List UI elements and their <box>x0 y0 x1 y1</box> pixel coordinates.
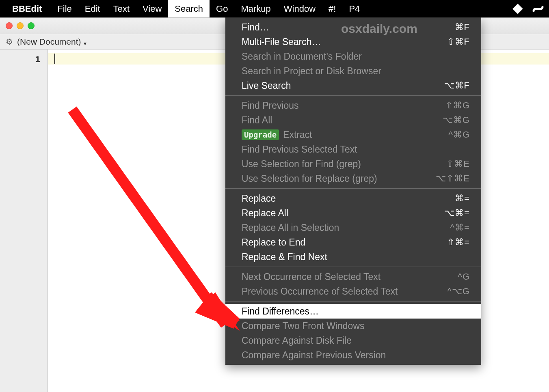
menu-window[interactable]: Window <box>277 0 322 17</box>
menu-item-find-all: Find All ⌥⌘G <box>225 113 481 127</box>
menu-item-prev-occurrence: Previous Occurrence of Selected Text ^⌥G <box>225 284 481 299</box>
menu-item-compare-two-front: Compare Two Front Windows <box>225 319 481 333</box>
minimize-button[interactable] <box>17 22 24 29</box>
text-caret <box>54 54 55 64</box>
chevron-down-icon: ▾ <box>84 40 86 47</box>
menu-edit[interactable]: Edit <box>78 0 107 17</box>
menu-item-use-selection-find: Use Selection for Find (grep) ⇧⌘E <box>225 157 481 171</box>
document-name: (New Document) <box>17 37 81 47</box>
s-icon[interactable] <box>532 4 544 14</box>
system-menubar: BBEdit File Edit Text View Search Go Mar… <box>0 0 549 17</box>
menu-item-search-doc-folder: Search in Document's Folder <box>225 49 481 64</box>
menu-view[interactable]: View <box>136 0 168 17</box>
menu-markup[interactable]: Markup <box>234 0 277 17</box>
menu-item-replace-find-next[interactable]: Replace & Find Next <box>225 250 481 264</box>
menu-group: Find Previous ⇧⌘G Find All ⌥⌘G Upgrade E… <box>225 96 481 189</box>
document-selector[interactable]: (New Document) ▾ <box>17 37 86 47</box>
svg-rect-0 <box>512 4 523 14</box>
menu-search[interactable]: Search <box>168 0 210 17</box>
menu-item-multi-file-search[interactable]: Multi-File Search… ⇧⌘F <box>225 34 481 49</box>
upgrade-badge: Upgrade <box>242 129 279 140</box>
menu-file[interactable]: File <box>51 0 78 17</box>
menu-item-extract: Upgrade Extract ^⌘G <box>225 127 481 142</box>
menu-item-replace-to-end[interactable]: Replace to End ⇧⌘= <box>225 235 481 250</box>
menu-item-live-search[interactable]: Live Search ⌥⌘F <box>225 78 481 93</box>
line-number: 1 <box>0 54 40 64</box>
menu-go[interactable]: Go <box>210 0 234 17</box>
diamond-icon[interactable] <box>512 4 523 14</box>
menu-item-find-prev-selected: Find Previous Selected Text <box>225 142 481 157</box>
line-gutter: 1 <box>0 50 48 392</box>
menu-item-find-previous: Find Previous ⇧⌘G <box>225 98 481 113</box>
menu-item-replace-all[interactable]: Replace All ⌥⌘= <box>225 206 481 220</box>
menu-item-use-selection-replace: Use Selection for Replace (grep) ⌥⇧⌘E <box>225 171 481 186</box>
menu-item-find-differences[interactable]: Find Differences… <box>225 304 481 319</box>
menu-item-search-project: Search in Project or Disk Browser <box>225 64 481 78</box>
zoom-button[interactable] <box>28 22 35 29</box>
menu-item-compare-disk-file: Compare Against Disk File <box>225 333 481 348</box>
menu-shebang[interactable]: #! <box>322 0 342 17</box>
gear-icon[interactable]: ⚙ <box>6 37 13 47</box>
menu-text[interactable]: Text <box>107 0 136 17</box>
menu-item-next-occurrence: Next Occurrence of Selected Text ^G <box>225 269 481 284</box>
search-menu-dropdown: Find… ⌘F Multi-File Search… ⇧⌘F Search i… <box>225 17 481 365</box>
menu-group: Replace ⌘= Replace All ⌥⌘= Replace All i… <box>225 189 481 267</box>
menu-group: Find Differences… Compare Two Front Wind… <box>225 302 481 365</box>
close-button[interactable] <box>6 22 13 29</box>
menu-group: Next Occurrence of Selected Text ^G Prev… <box>225 267 481 302</box>
menu-p4[interactable]: P4 <box>342 0 366 17</box>
menu-item-replace[interactable]: Replace ⌘= <box>225 191 481 206</box>
watermark-text: osxdaily.com <box>341 22 417 36</box>
menu-item-compare-prev-version: Compare Against Previous Version <box>225 348 481 362</box>
app-name[interactable]: BBEdit <box>12 4 42 14</box>
menu-item-replace-all-selection: Replace All in Selection ^⌘= <box>225 220 481 235</box>
